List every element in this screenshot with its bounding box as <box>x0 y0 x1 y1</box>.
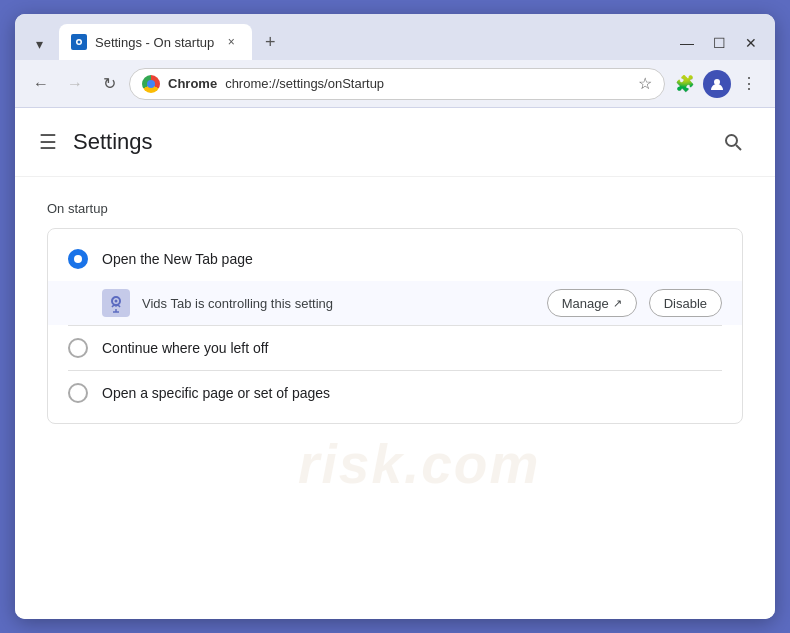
manage-label: Manage <box>562 296 609 311</box>
tab-title: Settings - On startup <box>95 35 214 50</box>
close-button[interactable]: ✕ <box>739 34 763 52</box>
extension-row: Vids Tab is controlling this setting Man… <box>48 281 742 325</box>
page-content: ☰ Settings PC risk.com On startup <box>15 108 775 619</box>
page-title: Settings <box>73 129 715 155</box>
radio-specific[interactable] <box>68 383 88 403</box>
page-body: PC risk.com On startup Open the New Tab … <box>15 177 775 619</box>
watermark-2: risk.com <box>298 432 540 496</box>
page-header: ☰ Settings <box>15 108 775 177</box>
manage-link-icon: ↗ <box>613 297 622 310</box>
extension-text: Vids Tab is controlling this setting <box>142 296 535 311</box>
manage-button[interactable]: Manage ↗ <box>547 289 637 317</box>
minimize-button[interactable]: — <box>675 34 699 52</box>
extension-icon <box>102 289 130 317</box>
nav-bar: ← → ↻ Chrome chrome://settings/onStartup… <box>15 60 775 108</box>
search-button[interactable] <box>715 124 751 160</box>
address-bar[interactable]: Chrome chrome://settings/onStartup ☆ <box>129 68 665 100</box>
disable-button[interactable]: Disable <box>649 289 722 317</box>
option-continue[interactable]: Continue where you left off <box>48 326 742 370</box>
nav-icons: 🧩 ⋮ <box>671 70 763 98</box>
active-tab[interactable]: Settings - On startup × <box>59 24 252 60</box>
chrome-label: Chrome <box>168 76 217 91</box>
tab-favicon <box>71 34 87 50</box>
browser-window: ▾ Settings - On startup × + — ☐ ✕ ← → ↻ <box>15 14 775 619</box>
options-card: Open the New Tab page Vids Tab is contr <box>47 228 743 424</box>
new-tab-button[interactable]: + <box>256 28 284 56</box>
svg-point-7 <box>115 300 118 303</box>
profile-button[interactable] <box>703 70 731 98</box>
chrome-logo-icon <box>142 75 160 93</box>
extensions-button[interactable]: 🧩 <box>671 70 699 98</box>
maximize-button[interactable]: ☐ <box>707 34 731 52</box>
svg-point-4 <box>726 135 737 146</box>
back-button[interactable]: ← <box>27 70 55 98</box>
radio-inner <box>74 255 82 263</box>
disable-label: Disable <box>664 296 707 311</box>
title-bar: ▾ Settings - On startup × + — ☐ ✕ <box>15 14 775 60</box>
sidebar-menu-icon[interactable]: ☰ <box>39 130 57 154</box>
option-continue-label: Continue where you left off <box>102 340 268 356</box>
menu-button[interactable]: ⋮ <box>735 70 763 98</box>
option-specific-label: Open a specific page or set of pages <box>102 385 330 401</box>
url-text: chrome://settings/onStartup <box>225 76 630 91</box>
option-specific[interactable]: Open a specific page or set of pages <box>48 371 742 415</box>
svg-point-2 <box>78 41 81 44</box>
svg-line-5 <box>736 145 741 150</box>
window-controls: — ☐ ✕ <box>675 34 763 52</box>
refresh-button[interactable]: ↻ <box>95 70 123 98</box>
forward-button[interactable]: → <box>61 70 89 98</box>
radio-continue[interactable] <box>68 338 88 358</box>
tab-close-button[interactable]: × <box>222 33 240 51</box>
tab-list-button[interactable]: ▾ <box>27 32 51 56</box>
radio-new-tab[interactable] <box>68 249 88 269</box>
section-label: On startup <box>47 201 743 216</box>
tab-bar-controls: ▾ <box>27 32 51 56</box>
bookmark-icon[interactable]: ☆ <box>638 74 652 93</box>
option-new-tab[interactable]: Open the New Tab page <box>48 237 742 281</box>
option-new-tab-label: Open the New Tab page <box>102 251 253 267</box>
